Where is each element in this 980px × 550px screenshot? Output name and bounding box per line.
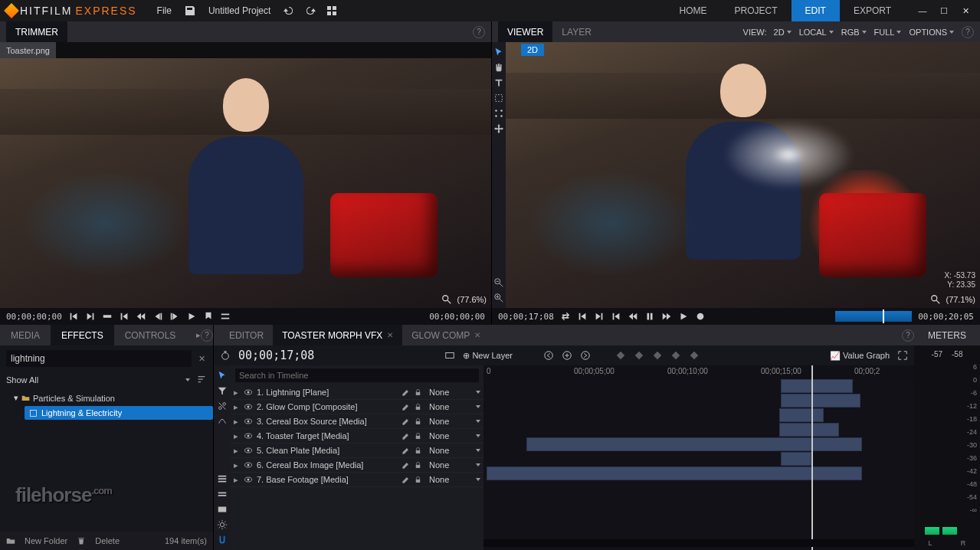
- delete-icon[interactable]: [77, 536, 86, 545]
- lock-icon[interactable]: [414, 461, 422, 470]
- layer-row[interactable]: ▸ 4. Toaster Target [Media] None: [231, 429, 483, 444]
- layer-row[interactable]: ▸ 1. Lightning [Plane] None: [231, 385, 483, 400]
- comp-settings-icon[interactable]: [444, 350, 455, 361]
- expand-icon[interactable]: ▸: [234, 460, 240, 470]
- timeline-area[interactable]: 0 00;00;05;00 00;00;10;00 00;00;15;00 00…: [483, 365, 914, 550]
- layer-row[interactable]: ▸ 6. Cereal Box Image [Media] None: [231, 458, 483, 473]
- marker-icon[interactable]: [203, 311, 214, 322]
- nav-edit[interactable]: EDIT: [792, 0, 840, 21]
- layer-row[interactable]: ▸ 3. Cereal Box Source [Media] None: [231, 414, 483, 429]
- blend-mode[interactable]: None: [426, 388, 472, 397]
- save-icon[interactable]: [184, 5, 196, 17]
- blend-mode[interactable]: None: [426, 475, 472, 484]
- expand-icon[interactable]: ▸: [234, 475, 240, 485]
- trimmer-file-tab[interactable]: Toaster.png: [0, 42, 56, 58]
- viewer-options-dropdown[interactable]: OPTIONS: [909, 28, 954, 37]
- visibility-icon[interactable]: [244, 431, 253, 440]
- edit-icon[interactable]: [402, 417, 410, 426]
- lock-icon[interactable]: [414, 432, 422, 440]
- expand-icon[interactable]: ▸: [234, 431, 240, 441]
- expand-icon[interactable]: ▸: [234, 446, 240, 456]
- tab-glow-comp[interactable]: GLOW COMP✕: [402, 325, 490, 345]
- effects-search-input[interactable]: [6, 350, 192, 367]
- key-prev-icon[interactable]: [543, 350, 554, 361]
- chevron-down-icon[interactable]: [476, 449, 480, 452]
- text-tool-icon[interactable]: [493, 77, 504, 88]
- close-icon[interactable]: ✕: [474, 331, 480, 339]
- set-out-icon[interactable]: [85, 311, 96, 322]
- visibility-icon[interactable]: [244, 402, 253, 411]
- chevron-down-icon[interactable]: [476, 463, 480, 467]
- tab-effects[interactable]: EFFECTS: [51, 325, 114, 345]
- clear-search-icon[interactable]: ✕: [196, 353, 207, 364]
- tab-controls[interactable]: CONTROLS: [114, 325, 187, 345]
- help-icon[interactable]: ?: [473, 26, 485, 38]
- viewer-tab[interactable]: VIEWER: [498, 21, 552, 42]
- clip[interactable]: [781, 452, 811, 466]
- time-ruler[interactable]: 0 00;00;05;00 00;00;10;00 00;00;15;00 00…: [483, 365, 914, 379]
- delete-button[interactable]: Delete: [95, 536, 120, 545]
- chevron-down-icon[interactable]: [476, 434, 480, 437]
- blend-mode[interactable]: None: [426, 402, 472, 411]
- value-graph-toggle[interactable]: 📈 Value Graph: [830, 351, 890, 361]
- navigator-bar[interactable]: [835, 311, 912, 322]
- range-end-icon[interactable]: [594, 311, 605, 322]
- play-icon[interactable]: [186, 311, 197, 322]
- edit-icon[interactable]: [402, 403, 410, 411]
- keyframe-ease-in-icon[interactable]: [634, 350, 644, 361]
- tab-comp-active[interactable]: TOASTER MORPH VFX✕: [273, 325, 402, 345]
- clip[interactable]: [779, 408, 824, 422]
- options-icon[interactable]: [220, 311, 231, 322]
- frame-fwd-icon[interactable]: [169, 311, 180, 322]
- keyframe-hold-icon[interactable]: [689, 350, 700, 361]
- zoom-out-icon[interactable]: [493, 277, 504, 288]
- timeline-scrollbar[interactable]: [483, 539, 914, 547]
- stopwatch-icon[interactable]: [220, 350, 231, 361]
- frame-back-icon[interactable]: [152, 311, 163, 322]
- layer-row[interactable]: ▸ 5. Clean Plate [Media] None: [231, 444, 483, 458]
- layout-grid-icon[interactable]: [326, 5, 338, 17]
- lock-icon[interactable]: [414, 476, 422, 484]
- set-in-icon[interactable]: [68, 311, 79, 322]
- show-all-dropdown[interactable]: Show All: [6, 375, 38, 385]
- insert-icon[interactable]: [102, 311, 113, 322]
- clip[interactable]: [779, 423, 839, 437]
- keyframe-diamond-icon[interactable]: [615, 350, 626, 361]
- lock-icon[interactable]: [414, 388, 422, 397]
- keyframe-ease-out-icon[interactable]: [652, 350, 663, 361]
- expand-icon[interactable]: ▸: [234, 388, 240, 398]
- record-icon[interactable]: [695, 311, 706, 322]
- fit-icon[interactable]: [897, 350, 908, 361]
- undo-icon[interactable]: [283, 5, 295, 17]
- pause-icon[interactable]: [644, 311, 655, 322]
- track-small-icon[interactable]: [217, 489, 228, 499]
- track-large-icon[interactable]: [217, 504, 228, 515]
- mask-tool-icon[interactable]: [493, 93, 504, 103]
- chevron-down-icon[interactable]: [476, 478, 480, 481]
- quality-dropdown[interactable]: FULL: [874, 28, 902, 37]
- effects-item-selected[interactable]: Lightning & Electricity: [25, 406, 213, 420]
- filter-icon[interactable]: [217, 385, 228, 396]
- clip[interactable]: [781, 394, 860, 408]
- effects-folder[interactable]: ▾ Particles & Simulation: [9, 391, 213, 404]
- range-start-icon[interactable]: [577, 311, 588, 322]
- playhead[interactable]: [811, 365, 813, 550]
- lock-icon[interactable]: [414, 447, 422, 455]
- move-tool-icon[interactable]: [493, 123, 504, 134]
- nav-export[interactable]: EXPORT: [840, 0, 905, 21]
- nav-project[interactable]: PROJECT: [721, 0, 792, 21]
- chevron-down-icon[interactable]: [476, 405, 480, 408]
- timeline-search-input[interactable]: [235, 368, 479, 382]
- key-next-icon[interactable]: [580, 350, 591, 361]
- zoom-icon[interactable]: [930, 294, 941, 305]
- window-maximize-button[interactable]: ☐: [936, 2, 952, 19]
- snap-tool-icon[interactable]: [493, 108, 504, 119]
- redo-icon[interactable]: [304, 5, 316, 17]
- sort-icon[interactable]: [196, 375, 207, 385]
- go-start-icon[interactable]: [611, 311, 621, 322]
- expand-icon[interactable]: ▸: [234, 402, 240, 412]
- space-dropdown[interactable]: LOCAL: [799, 28, 834, 37]
- lock-icon[interactable]: [414, 403, 422, 411]
- layer-row[interactable]: ▸ 7. Base Footage [Media] None: [231, 473, 483, 487]
- settings-gear-icon[interactable]: [217, 519, 228, 530]
